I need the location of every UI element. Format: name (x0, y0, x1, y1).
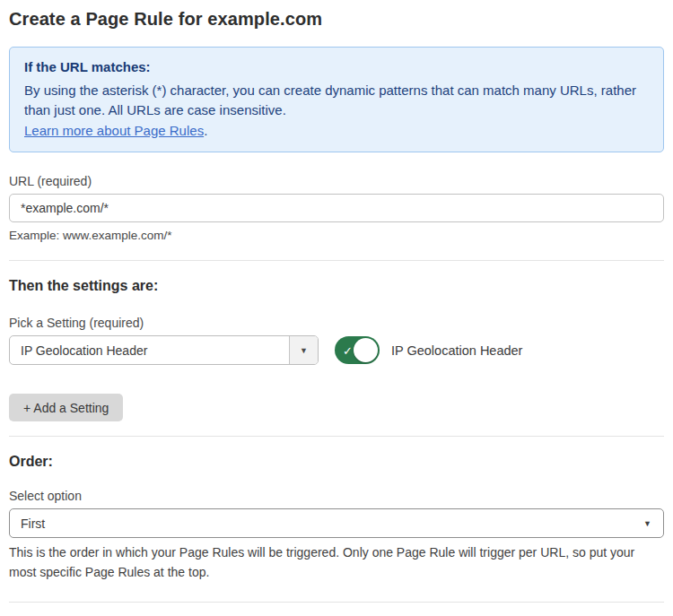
setting-select[interactable]: IP Geolocation Header ▼ (9, 335, 319, 365)
url-input[interactable] (9, 194, 664, 222)
setting-picker-label: Pick a Setting (required) (9, 316, 664, 330)
info-link-row: Learn more about Page Rules. (24, 121, 649, 142)
chevron-down-icon: ▼ (643, 519, 651, 528)
order-help-text: This is the order in which your Page Rul… (9, 543, 664, 582)
page-rules-link[interactable]: Learn more about Page Rules (24, 123, 204, 138)
check-icon: ✓ (343, 343, 353, 357)
url-match-info-box: If the URL matches: By using the asteris… (9, 47, 664, 152)
divider (9, 602, 664, 603)
page-title: Create a Page Rule for example.com (9, 9, 664, 30)
add-setting-button[interactable]: + Add a Setting (9, 394, 123, 421)
setting-row: IP Geolocation Header ▼ ✓ IP Geolocation… (9, 335, 664, 365)
order-heading: Order: (9, 454, 664, 470)
ip-geolocation-toggle[interactable]: ✓ (335, 336, 380, 364)
toggle-knob (354, 338, 378, 362)
order-select-label: Select option (9, 489, 664, 503)
link-period: . (204, 123, 207, 138)
url-example: Example: www.example.com/* (9, 229, 664, 242)
order-select-value: First (21, 516, 45, 531)
toggle-label: IP Geolocation Header (391, 343, 522, 358)
page-rule-form: Create a Page Rule for example.com If th… (0, 0, 673, 616)
info-box-heading: If the URL matches: (24, 57, 649, 77)
order-select[interactable]: First ▼ (9, 508, 664, 538)
divider (9, 436, 664, 437)
url-label: URL (required) (9, 174, 664, 188)
settings-heading: Then the settings are: (9, 278, 664, 294)
info-box-body: By using the asterisk (*) character, you… (24, 81, 649, 121)
setting-select-value: IP Geolocation Header (10, 336, 289, 364)
divider (9, 260, 664, 261)
chevron-down-icon[interactable]: ▼ (289, 336, 318, 364)
